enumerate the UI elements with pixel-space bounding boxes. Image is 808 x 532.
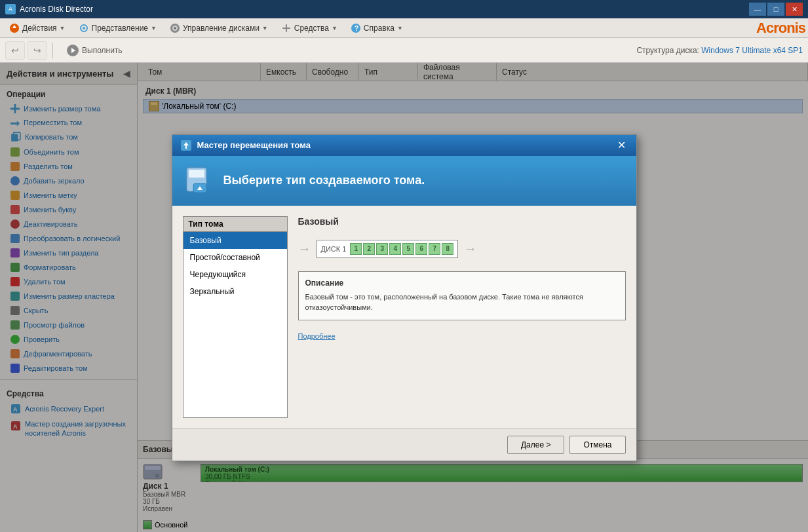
menu-view[interactable]: Представление ▼ [72, 20, 163, 36]
main-layout: Действия и инструменты ◀ Операции Измени… [0, 63, 808, 532]
titlebar: A Acronis Disk Director — □ ✕ [0, 0, 808, 18]
disk-num-3: 3 [376, 243, 388, 255]
disk-num-6: 6 [415, 243, 427, 255]
dialog-header-text: Выберите тип создаваемого тома. [223, 174, 425, 187]
type-list: Тип тома Базовый Простой/составной Черед… [183, 216, 288, 418]
disk-num-1: 1 [350, 243, 362, 255]
redo-button[interactable]: ↪ [28, 41, 47, 60]
execute-button[interactable]: Выполнить [58, 41, 130, 60]
menu-actions[interactable]: Действия ▼ [3, 20, 72, 36]
app-icon: A [5, 4, 16, 14]
arrow-right: → [463, 241, 476, 256]
disk-num-7: 7 [429, 243, 440, 255]
menu-help[interactable]: ? Справка ▼ [344, 20, 410, 36]
dialog-body: Тип тома Базовый Простой/составной Черед… [172, 206, 636, 428]
cancel-button[interactable]: Отмена [569, 436, 625, 454]
arrow-left: → [298, 241, 311, 256]
dialog-close-button[interactable]: ✕ [615, 139, 628, 152]
disk-num-5: 5 [402, 243, 414, 255]
undo-button[interactable]: ↩ [5, 41, 25, 60]
acronis-logo: Acronis [756, 20, 805, 37]
svg-text:?: ? [355, 25, 358, 32]
dialog-overlay: Мастер перемещения тома ✕ Выберите тип с… [0, 63, 808, 532]
maximize-button[interactable]: □ [767, 3, 784, 16]
disk-num-8: 8 [442, 243, 453, 255]
minimize-button[interactable]: — [749, 3, 766, 16]
menu-tools[interactable]: Средства ▼ [275, 20, 344, 36]
svg-point-6 [174, 27, 176, 29]
description-title: Описание [305, 278, 619, 288]
disk-diagram: → ДИСК 1 1 2 3 4 5 6 7 8 → [298, 233, 626, 265]
close-button[interactable]: ✕ [786, 3, 803, 16]
disk-structure-label: Структура диска: Windows 7 Ultimate x64 … [636, 46, 803, 55]
dialog-titlebar: Мастер перемещения тома ✕ [172, 135, 636, 156]
next-button[interactable]: Далее > [507, 436, 565, 454]
svg-point-3 [83, 27, 85, 29]
dialog-title-content: Мастер перемещения тома [180, 140, 311, 151]
dialog-title-text: Мастер перемещения тома [197, 140, 311, 150]
description-box: Описание Базовый том - это том, располож… [298, 271, 626, 320]
disk-num-2: 2 [363, 243, 375, 255]
selected-type-name: Базовый [298, 216, 626, 227]
disk-box-label: ДИСК 1 [321, 245, 347, 253]
type-item-striped[interactable]: Чередующийся [183, 266, 287, 283]
dialog-footer: Далее > Отмена [172, 428, 636, 461]
disk-structure-link[interactable]: Windows 7 Ultimate x64 SP1 [701, 46, 803, 55]
disk-num-4: 4 [389, 243, 401, 255]
type-item-basic[interactable]: Базовый [183, 232, 287, 249]
app-title: Acronis Disk Director [20, 5, 93, 14]
menu-manage[interactable]: Управление дисками ▼ [163, 20, 275, 36]
execute-icon [66, 44, 79, 57]
type-item-mirror[interactable]: Зеркальный [183, 283, 287, 300]
more-link[interactable]: Подробнее [298, 332, 626, 340]
svg-rect-8 [286, 24, 287, 32]
description-text: Базовый том - это том, расположенный на … [305, 292, 619, 313]
svg-rect-25 [189, 170, 204, 178]
toolbar: ↩ ↪ Выполнить Структура диска: Windows 7… [0, 38, 808, 63]
dialog: Мастер перемещения тома ✕ Выберите тип с… [172, 134, 637, 461]
dialog-title-icon [180, 140, 192, 151]
menubar: Действия ▼ Представление ▼ Управление ди… [0, 18, 808, 38]
type-list-header: Тип тома [183, 217, 287, 232]
type-item-simple[interactable]: Простой/составной [183, 249, 287, 266]
window-controls: — □ ✕ [749, 3, 803, 16]
dialog-header: Выберите тип создаваемого тома. [172, 156, 636, 206]
dialog-header-icon [185, 166, 214, 195]
dialog-right-panel: Базовый → ДИСК 1 1 2 3 4 5 6 7 [298, 216, 626, 418]
disk-box: ДИСК 1 1 2 3 4 5 6 7 8 [317, 240, 459, 258]
